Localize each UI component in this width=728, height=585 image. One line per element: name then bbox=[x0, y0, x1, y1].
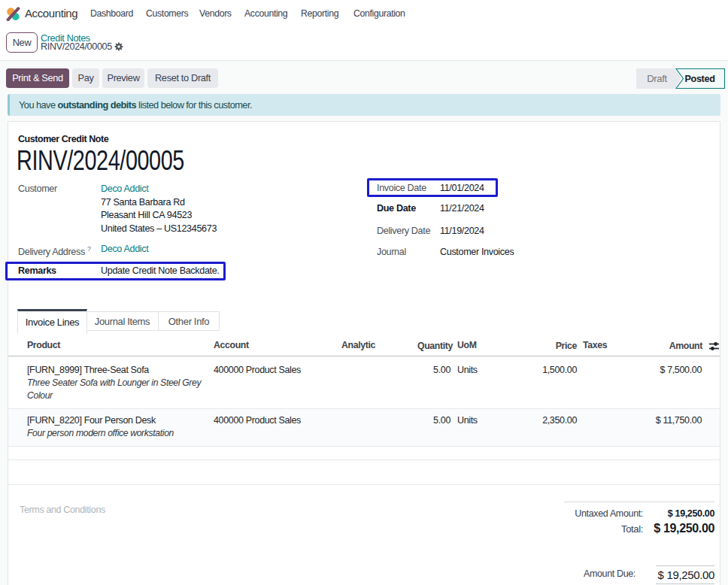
svg-text:Posted: Posted bbox=[684, 74, 714, 84]
svg-text:Draft: Draft bbox=[647, 73, 667, 84]
